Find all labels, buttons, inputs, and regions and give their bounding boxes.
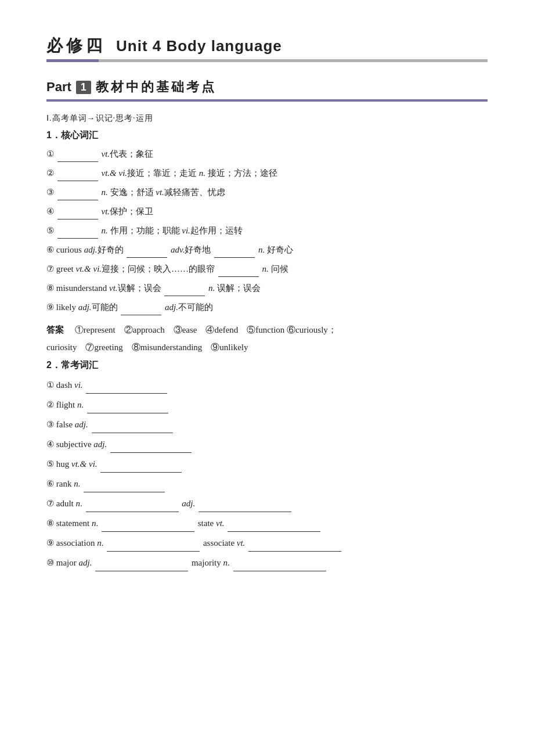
vocab-num: ② [46,168,54,178]
common-vocab-4: ④ subjective adj. [46,435,488,453]
vocab-num: ⑥ [46,245,54,254]
cv-num-2: ② [46,400,54,409]
answer-label: 答案 [46,325,64,334]
cv-blank-10b[interactable] [233,571,326,571]
common-vocab-1: ① dash vi. [46,376,488,394]
vocab-text-7: n. 问候 [262,264,288,273]
vocab-pre-8: misunderstand vt.误解；误会 [56,283,164,293]
part-header: Part 1 教材中的基础考点 [46,78,488,96]
vocab-text-5: n. 作用；功能；职能 vi.起作用；运转 [102,226,243,235]
vocab-text-6a: adv.好奇地 [171,245,213,254]
part-underline [46,99,488,102]
blank-6a[interactable] [127,257,167,258]
part-number: 1 [76,81,91,94]
vocab-pre-6: curious adj.好奇的 [56,245,124,254]
vocab-text-4: vt.保护；保卫 [102,207,154,216]
cv-mid-10: majority n. [192,558,232,567]
chinese-title: 必修四 [46,35,106,57]
cv-blank-6[interactable] [84,492,165,492]
header-underline [46,59,488,62]
cv-blank-1[interactable] [86,393,167,394]
common-vocab-3: ③ false adj. [46,416,488,433]
cv-blank-8b[interactable] [228,531,320,532]
cv-pre-10: major adj. [56,558,92,567]
section-label: Ⅰ.高考单词→识记·思考·运用 [46,113,488,124]
blank-2[interactable] [57,181,98,181]
blank-6b[interactable] [214,257,255,258]
cv-pre-9: association n. [56,538,106,548]
cv-num-3: ③ [46,420,54,429]
common-vocab-5: ⑤ hug vt.& vi. [46,455,488,473]
vocab-item-6: ⑥ curious adj.好奇的 adv.好奇地 n. 好奇心 [46,242,488,258]
english-title: Unit 4 Body language [116,37,282,55]
vocab-num: ③ [46,188,54,197]
cv-blank-9b[interactable] [248,551,341,552]
vocab-text-2: vt.& vi.接近；靠近；走近 n. 接近；方法；途径 [102,168,277,178]
cv-num-8: ⑧ [46,519,54,528]
cv-num-7: ⑦ [46,499,54,508]
vocab-text-6b: n. 好奇心 [258,245,293,254]
vocab-num: ① [46,149,54,159]
cv-num-5: ⑤ [46,459,54,469]
cv-pre-8: statement n. [56,519,100,528]
blank-8[interactable] [164,296,205,296]
part-label: Part [46,80,71,95]
common-vocab-8: ⑧ statement n. state vt. [46,514,488,532]
vocab-item-4: ④ vt.保护；保卫 [46,204,488,219]
cv-pre-7: adult n. [56,499,85,508]
cv-blank-7b[interactable] [199,512,291,512]
vocab-item-2: ② vt.& vi.接近；靠近；走近 n. 接近；方法；途径 [46,165,488,181]
cv-blank-2[interactable] [87,413,168,413]
blank-9[interactable] [121,315,161,315]
vocab-num: ⑨ [46,303,54,312]
vocab-item-8: ⑧ misunderstand vt.误解；误会 n. 误解；误会 [46,280,488,296]
cv-num-1: ① [46,380,54,390]
vocab-num: ④ [46,207,54,216]
vocab-text-9: adj.不可能的 [165,303,213,312]
vocab-item-3: ③ n. 安逸；舒适 vt.减轻痛苦、忧虑 [46,185,488,200]
cv-pre-6: rank n. [56,479,82,488]
cv-blank-4[interactable] [110,452,192,453]
cv-num-10: ⑩ [46,558,54,567]
cv-num-6: ⑥ [46,479,54,488]
cv-blank-8a[interactable] [102,531,194,532]
cv-blank-10a[interactable] [95,571,188,571]
common-vocab-6: ⑥ rank n. [46,475,488,492]
cv-blank-3[interactable] [92,433,173,433]
answer-content: ①represent ②approach ③ease ④defend ⑤func… [66,325,337,334]
answer-content-2: curiosity ⑦greeting ⑧misunderstanding ⑨u… [46,343,248,352]
underline-gray [99,59,488,62]
vocab-item-9: ⑨ likely adj.可能的 adj.不可能的 [46,300,488,315]
common-vocab-7: ⑦ adult n. adj. [46,495,488,512]
underline-purple [46,59,99,62]
blank-5[interactable] [57,238,98,239]
cv-mid-9: associate vt. [203,538,245,548]
blank-4[interactable] [57,219,98,219]
vocab-item-1: ① vt.代表；象征 [46,146,488,162]
vocab-item-7: ⑦ greet vt.& vi.迎接；问候；映入……的眼帘 n. 问候 [46,261,488,277]
cv-pre-5: hug vt.& vi. [56,459,98,469]
cv-blank-9a[interactable] [107,551,200,552]
vocab-item-5: ⑤ n. 作用；功能；职能 vi.起作用；运转 [46,223,488,239]
cv-blank-7a[interactable] [86,512,179,512]
vocab-num: ⑧ [46,283,54,293]
vocab-num: ⑦ [46,264,54,273]
common-vocab-2: ② flight n. [46,396,488,413]
page-header: 必修四 Unit 4 Body language [46,35,488,57]
cv-pre-1: dash vi. [56,380,83,390]
blank-1[interactable] [57,161,98,162]
cv-mid-8: state vt. [198,519,225,528]
cv-num-4: ④ [46,440,54,449]
vocab-pre-7: greet vt.& vi.迎接；问候；映入……的眼帘 [56,264,217,273]
vocab-num: ⑤ [46,226,54,235]
sub2-title: 2．常考词汇 [46,359,488,372]
cv-pre-3: false adj. [56,420,88,429]
vocab-text-8: n. 误解；误会 [208,283,261,293]
blank-3[interactable] [57,200,98,200]
vocab-text-1: vt.代表；象征 [102,149,154,159]
cv-blank-5[interactable] [100,472,182,473]
vocab-text-3: n. 安逸；舒适 vt.减轻痛苦、忧虑 [102,188,225,197]
common-vocab-9: ⑨ association n. associate vt. [46,534,488,552]
part-title: 教材中的基础考点 [96,78,217,96]
blank-7[interactable] [218,276,259,277]
